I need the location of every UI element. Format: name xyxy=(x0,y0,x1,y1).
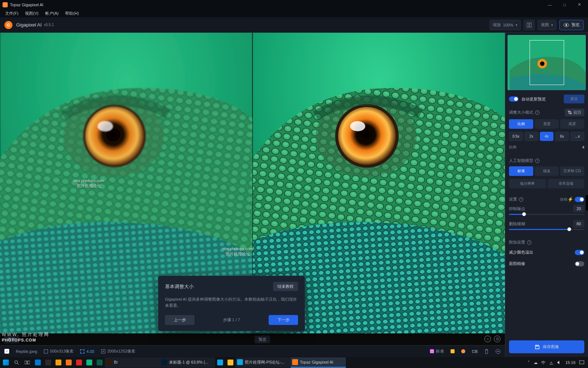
taskbar-app[interactable] xyxy=(215,357,225,368)
taskbar-app[interactable] xyxy=(225,357,236,368)
start-button[interactable] xyxy=(1,357,11,368)
scale-4x[interactable]: 4x xyxy=(540,132,554,141)
end-tutorial-button[interactable]: 结束教程 xyxy=(273,282,298,291)
blur-slider[interactable] xyxy=(509,229,584,230)
taskbar-app[interactable] xyxy=(33,357,43,368)
taskbar-app[interactable]: 未标题-1 @ 63.8% (... xyxy=(160,357,215,368)
app-icon xyxy=(66,360,72,365)
viewer-canvas[interactable]: bbs.photops.com照片处理论坛 bbs.photops.com照片处… xyxy=(0,33,505,345)
popup-title: 基本调整大小 xyxy=(165,283,194,290)
auto-settings-toggle[interactable] xyxy=(575,197,584,202)
system-tray[interactable]: ˄ ☁ 中 15:16 xyxy=(525,360,587,365)
tray-cloud-icon[interactable]: ☁ xyxy=(534,360,538,365)
status-icon-2[interactable] xyxy=(461,349,465,353)
noise-value[interactable]: 20 xyxy=(573,205,584,212)
filename-label: Reptile.jpeg xyxy=(16,349,37,354)
app-icon xyxy=(161,359,167,365)
view-layout-button[interactable] xyxy=(524,20,535,30)
tray-chevron-icon[interactable]: ˄ xyxy=(528,360,530,365)
face-refine-toggle[interactable] xyxy=(575,261,584,266)
taskbar-app[interactable] xyxy=(74,357,84,368)
taskbar-app[interactable] xyxy=(43,357,53,368)
cb-label: CB xyxy=(472,349,478,354)
taskbar-app[interactable] xyxy=(94,357,105,368)
model-lines[interactable]: 线条 xyxy=(535,166,559,176)
frown-icon[interactable]: ☹ xyxy=(494,336,501,342)
scale-2x[interactable]: 2x xyxy=(524,132,538,141)
tab-ratio[interactable]: 比例 xyxy=(509,119,533,129)
chevron-down-icon: ▾ xyxy=(516,23,517,27)
taskbar-app[interactable]: Topaz Gigapixel AI xyxy=(291,357,346,368)
status-icon-1[interactable] xyxy=(451,349,455,353)
tutorial-popup: 基本调整大小 结束教程 Gigapixel AI 提供多种调整图像大小的方法。本… xyxy=(158,276,305,331)
menu-account[interactable]: 帐户(A) xyxy=(42,10,62,17)
blur-value[interactable]: 80 xyxy=(573,220,584,227)
taskbar-app[interactable] xyxy=(84,357,94,368)
ai-model-heading: 人工智能模型 xyxy=(509,158,533,163)
clock[interactable]: 15:16 xyxy=(565,360,576,365)
navigator-thumbnail[interactable] xyxy=(508,35,586,90)
taskbar-app[interactable] xyxy=(53,357,64,368)
navigator-viewport-rect[interactable] xyxy=(530,40,564,85)
output-dim: 2000x1252像素 xyxy=(101,348,135,354)
eye-icon xyxy=(563,23,569,27)
help-icon[interactable]: ? xyxy=(535,110,539,115)
svg-rect-31 xyxy=(28,361,30,364)
auto-preview-toggle[interactable] xyxy=(509,96,519,102)
notifications-icon[interactable] xyxy=(579,360,584,365)
window-maximize-button[interactable]: □ xyxy=(557,0,572,9)
settings-sidebar: 自动更新预览 重置 调整大小模式 ? 裁剪 比例 宽度 高度 0.5x 2x 4… xyxy=(505,33,588,357)
reduce-bleed-toggle[interactable] xyxy=(575,250,584,255)
sidebar-collapse-handle[interactable] xyxy=(586,195,588,210)
save-image-button[interactable]: 保存图像 xyxy=(509,340,584,353)
reset-button[interactable]: 重置 xyxy=(564,95,584,103)
original-chip: 原始 xyxy=(4,336,19,343)
delete-icon[interactable] xyxy=(484,349,489,354)
tutorial-next-button[interactable]: 下一步 xyxy=(269,315,298,325)
tab-height[interactable]: 高度 xyxy=(560,119,584,129)
search-icon xyxy=(14,360,19,365)
tab-width[interactable]: 宽度 xyxy=(535,119,559,129)
ime-indicator[interactable]: 中 xyxy=(541,360,545,365)
app-icon xyxy=(237,359,243,365)
volume-icon[interactable] xyxy=(557,360,562,365)
taskbar-app[interactable]: 照片处理网-PS论坛-... xyxy=(236,357,291,368)
help-icon[interactable]: ? xyxy=(527,240,531,245)
bolt-icon: ⚡ xyxy=(567,197,573,202)
windows-taskbar: Br未标题-1 @ 63.8% (...照片处理网-PS论坛-...Topaz … xyxy=(0,357,588,368)
help-icon[interactable]: ? xyxy=(535,159,539,163)
preview-toggle-button[interactable]: 预览 xyxy=(559,20,584,30)
file-checkbox[interactable]: ✓ xyxy=(4,349,9,354)
menu-view[interactable]: 视图(V) xyxy=(22,10,42,17)
taskbar-app[interactable]: Br xyxy=(105,357,160,368)
window-title: Topaz Gigapixel AI xyxy=(10,3,43,7)
network-icon[interactable] xyxy=(549,360,553,365)
noise-slider[interactable] xyxy=(509,214,584,215)
svg-rect-1 xyxy=(530,23,531,27)
help-icon[interactable]: ? xyxy=(519,197,523,202)
smile-icon[interactable]: ☺ xyxy=(484,336,491,342)
taskbar-app[interactable] xyxy=(64,357,74,368)
taskbar-search[interactable] xyxy=(11,357,22,368)
crop-button[interactable]: 裁剪 xyxy=(565,109,584,116)
scale-label: 比例 xyxy=(509,145,582,150)
model-standard[interactable]: 标准 xyxy=(509,166,533,176)
view-dropdown[interactable]: 视图 ▾ xyxy=(538,20,556,30)
expand-icon xyxy=(80,349,85,354)
model-lowres[interactable]: 低分辨率 xyxy=(509,179,546,188)
menu-help[interactable]: 帮助(H) xyxy=(62,10,82,17)
menu-file[interactable]: 文件(F) xyxy=(2,10,21,17)
model-art-cg[interactable]: 艺术和 CG xyxy=(560,166,584,176)
scale-6x[interactable]: 6x xyxy=(555,132,569,141)
window-close-button[interactable]: ✕ xyxy=(572,0,587,9)
zoom-dropdown[interactable]: 缩放 100% ▾ xyxy=(490,20,521,30)
svg-point-29 xyxy=(15,361,18,364)
scale-custom[interactable]: ...x xyxy=(570,132,584,141)
split-view-icon xyxy=(527,22,532,28)
scale-0-5x[interactable]: 0.5x xyxy=(509,132,523,141)
remove-icon[interactable] xyxy=(495,349,501,354)
tutorial-prev-button[interactable]: 上一步 xyxy=(165,315,194,325)
task-view-button[interactable] xyxy=(22,357,32,368)
model-compressed[interactable]: 非常压缩 xyxy=(548,179,585,188)
window-minimize-button[interactable]: — xyxy=(542,0,557,9)
